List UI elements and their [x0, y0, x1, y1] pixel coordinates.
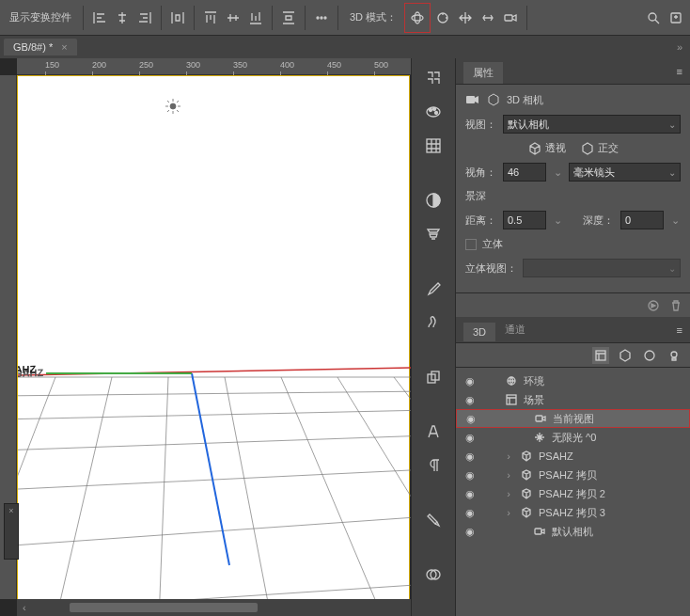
history-icon[interactable] [420, 68, 447, 88]
env-icon [505, 374, 518, 387]
secondary-view-widget[interactable]: × [4, 503, 19, 560]
clone-icon[interactable] [420, 367, 447, 387]
visibility-icon[interactable]: ◉ [463, 432, 477, 444]
3d-mode-label: 3D 模式： [344, 10, 402, 24]
filter-material-icon[interactable] [641, 347, 658, 364]
channels-tab[interactable]: 通道 [495, 319, 535, 340]
scrollbar-horizontal[interactable]: ‹ [17, 599, 411, 616]
paragraph-icon[interactable] [420, 455, 447, 476]
camera-icon [533, 525, 546, 538]
slide-icon[interactable] [478, 6, 498, 30]
tree-item[interactable]: ◉当前视图 [456, 409, 690, 428]
visibility-icon[interactable]: ◉ [463, 375, 477, 387]
orbit-icon[interactable] [407, 6, 428, 30]
canvas[interactable]: PSAHZ PSAHZ [17, 75, 410, 599]
tools-icon[interactable] [420, 510, 447, 530]
perspective-button[interactable]: 透视 [528, 141, 566, 155]
search-icon[interactable] [643, 6, 664, 30]
filter-mesh-icon[interactable] [617, 347, 634, 364]
distance-stepper-icon[interactable]: ⌄ [552, 214, 563, 227]
3d-tab[interactable]: 3D [463, 323, 495, 341]
canvas-viewport[interactable]: PSAHZ PSAHZ [17, 75, 411, 599]
properties-tab[interactable]: 属性 [463, 62, 503, 84]
distribute-h-icon[interactable] [167, 6, 188, 30]
brush-preset-icon[interactable] [420, 312, 447, 333]
align-middle-icon[interactable] [223, 6, 243, 30]
swatches-icon[interactable] [420, 102, 447, 122]
visibility-icon[interactable]: ◉ [463, 469, 477, 482]
svg-line-18 [159, 377, 168, 599]
svg-point-1 [321, 17, 322, 19]
tree-item[interactable]: ◉默认相机 [456, 522, 690, 541]
twisty-icon[interactable]: › [503, 469, 514, 481]
align-bottom-icon[interactable] [245, 6, 266, 30]
visibility-icon[interactable]: ◉ [463, 450, 477, 463]
fov-input[interactable]: 46 [503, 163, 546, 182]
depth-input[interactable]: 0 [620, 211, 664, 229]
scroll-left-icon[interactable]: ‹ [17, 602, 32, 613]
stereo-checkbox[interactable] [465, 239, 477, 250]
filter-scene-icon[interactable] [592, 347, 609, 364]
svg-line-32 [177, 110, 179, 112]
camera-icon [534, 412, 547, 425]
visibility-icon[interactable]: ◉ [463, 394, 477, 406]
tree-item[interactable]: ◉›PSAHZ [456, 447, 690, 466]
cc-icon[interactable] [420, 564, 447, 585]
visibility-icon[interactable]: ◉ [463, 507, 477, 519]
twisty-icon[interactable]: › [503, 507, 514, 518]
zoom-3d-icon[interactable] [500, 6, 521, 30]
close-icon[interactable]: × [61, 41, 67, 53]
align-top-icon[interactable] [200, 6, 221, 30]
brush-icon[interactable] [420, 278, 447, 299]
visibility-icon[interactable]: ◉ [463, 526, 477, 538]
panel-menu-icon[interactable]: ≡ [677, 324, 682, 336]
fov-stepper-icon[interactable]: ⌄ [552, 166, 563, 179]
document-tab[interactable]: GB/8#) * × [4, 39, 77, 55]
tree-item[interactable]: ◉无限光 ^0 [456, 428, 690, 447]
svg-line-17 [55, 377, 112, 599]
styles-icon[interactable] [420, 224, 447, 245]
share-icon[interactable] [666, 6, 686, 30]
separator [272, 6, 273, 30]
twisty-icon[interactable]: › [503, 488, 514, 499]
panel-menu-icon[interactable]: ≡ [677, 66, 682, 77]
character-icon[interactable] [420, 421, 447, 442]
align-left-icon[interactable] [89, 6, 110, 30]
distance-input[interactable]: 0.5 [503, 211, 546, 229]
visibility-icon[interactable]: ◉ [464, 413, 478, 425]
tree-item-label: 环境 [524, 374, 544, 388]
collapse-icon[interactable]: » [669, 41, 690, 53]
svg-point-50 [645, 351, 654, 360]
close-icon[interactable]: × [5, 504, 18, 515]
orthographic-button[interactable]: 正交 [581, 141, 619, 155]
mesh-icon [520, 487, 533, 500]
tree-item[interactable]: ◉环境 [456, 371, 690, 390]
distribute-v-icon[interactable] [278, 6, 299, 30]
separator [194, 6, 195, 30]
view-select[interactable]: 默认相机 [503, 115, 681, 134]
grid-icon[interactable] [420, 135, 447, 156]
trash-icon[interactable] [669, 299, 682, 312]
tree-item[interactable]: ◉场景 [456, 390, 690, 409]
svg-rect-49 [596, 351, 605, 360]
right-panels: 属性 ≡ 3D 相机 视图： 默认相机 透视 [455, 58, 690, 616]
align-right-icon[interactable] [134, 6, 155, 30]
pan-icon[interactable] [455, 6, 476, 30]
roll-icon[interactable] [432, 6, 453, 30]
svg-line-11 [18, 410, 411, 419]
adjust-icon[interactable] [420, 190, 447, 211]
render-icon[interactable] [647, 299, 660, 312]
tree-item[interactable]: ◉›PSAHZ 拷贝 [456, 466, 690, 484]
svg-line-10 [18, 391, 411, 396]
tree-item[interactable]: ◉›PSAHZ 拷贝 2 [456, 484, 690, 503]
lens-select[interactable]: 毫米镜头 [569, 163, 681, 182]
more-icon[interactable] [311, 6, 332, 30]
twisty-icon[interactable]: › [503, 450, 514, 462]
svg-line-31 [167, 101, 169, 103]
visibility-icon[interactable]: ◉ [463, 488, 477, 500]
align-center-h-icon[interactable] [112, 6, 133, 30]
scroll-thumb[interactable] [70, 603, 258, 612]
tree-item[interactable]: ◉›PSAHZ 拷贝 3 [456, 503, 690, 522]
depth-stepper-icon[interactable]: ⌄ [669, 214, 681, 227]
filter-light-icon[interactable] [666, 347, 682, 364]
